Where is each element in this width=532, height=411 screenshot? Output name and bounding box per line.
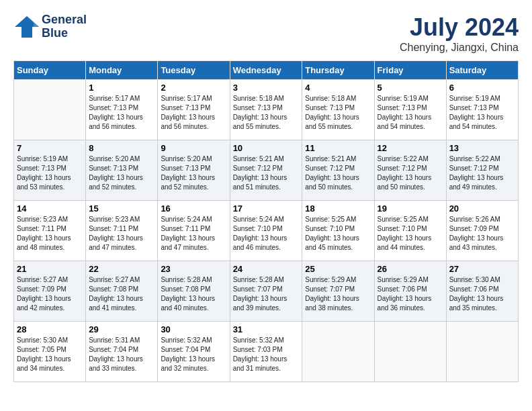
day-info: Sunrise: 5:20 AM Sunset: 7:13 PM Dayligh… — [89, 154, 154, 192]
day-info: Sunrise: 5:30 AM Sunset: 7:06 PM Dayligh… — [449, 275, 515, 313]
day-info: Sunrise: 5:20 AM Sunset: 7:13 PM Dayligh… — [161, 154, 226, 192]
calendar-cell: 3Sunrise: 5:18 AM Sunset: 7:13 PM Daylig… — [230, 80, 302, 140]
day-number: 14 — [17, 203, 83, 214]
title-block: July 2024 Chenying, Jiangxi, China — [400, 13, 519, 54]
calendar-cell: 26Sunrise: 5:29 AM Sunset: 7:06 PM Dayli… — [374, 261, 446, 322]
day-info: Sunrise: 5:25 AM Sunset: 7:10 PM Dayligh… — [305, 215, 371, 253]
day-info: Sunrise: 5:17 AM Sunset: 7:13 PM Dayligh… — [89, 94, 154, 132]
calendar-cell: 15Sunrise: 5:23 AM Sunset: 7:11 PM Dayli… — [86, 201, 158, 261]
day-info: Sunrise: 5:19 AM Sunset: 7:13 PM Dayligh… — [378, 94, 443, 132]
day-info: Sunrise: 5:24 AM Sunset: 7:10 PM Dayligh… — [233, 215, 300, 253]
day-number: 17 — [233, 203, 300, 214]
logo-text: General Blue — [42, 13, 87, 40]
day-number: 10 — [233, 143, 300, 153]
calendar-cell: 20Sunrise: 5:26 AM Sunset: 7:09 PM Dayli… — [446, 201, 518, 261]
month-title: July 2024 — [400, 13, 519, 42]
day-info: Sunrise: 5:21 AM Sunset: 7:12 PM Dayligh… — [305, 154, 371, 192]
weekday-header: Friday — [374, 61, 446, 80]
calendar-cell: 8Sunrise: 5:20 AM Sunset: 7:13 PM Daylig… — [86, 140, 158, 201]
calendar-cell: 14Sunrise: 5:23 AM Sunset: 7:11 PM Dayli… — [14, 201, 86, 261]
calendar-cell: 21Sunrise: 5:27 AM Sunset: 7:09 PM Dayli… — [14, 261, 86, 322]
day-info: Sunrise: 5:19 AM Sunset: 7:13 PM Dayligh… — [17, 154, 83, 192]
day-info: Sunrise: 5:28 AM Sunset: 7:08 PM Dayligh… — [161, 275, 226, 313]
day-info: Sunrise: 5:28 AM Sunset: 7:07 PM Dayligh… — [233, 275, 300, 313]
day-number: 15 — [89, 203, 154, 214]
calendar-cell: 17Sunrise: 5:24 AM Sunset: 7:10 PM Dayli… — [230, 201, 302, 261]
calendar-cell: 12Sunrise: 5:22 AM Sunset: 7:12 PM Dayli… — [374, 140, 446, 201]
calendar-cell — [374, 322, 446, 382]
calendar-cell: 24Sunrise: 5:28 AM Sunset: 7:07 PM Dayli… — [230, 261, 302, 322]
calendar-cell: 29Sunrise: 5:31 AM Sunset: 7:04 PM Dayli… — [86, 322, 158, 382]
weekday-header: Tuesday — [158, 61, 230, 80]
day-info: Sunrise: 5:18 AM Sunset: 7:13 PM Dayligh… — [305, 94, 371, 132]
day-number: 8 — [89, 143, 154, 153]
logo-line1: General — [42, 13, 87, 27]
day-number: 11 — [305, 143, 371, 153]
calendar-cell: 18Sunrise: 5:25 AM Sunset: 7:10 PM Dayli… — [302, 201, 374, 261]
day-number: 13 — [449, 143, 515, 153]
calendar-cell: 6Sunrise: 5:19 AM Sunset: 7:13 PM Daylig… — [446, 80, 518, 140]
day-info: Sunrise: 5:32 AM Sunset: 7:04 PM Dayligh… — [161, 336, 226, 373]
day-number: 7 — [17, 143, 83, 153]
calendar-cell — [302, 322, 374, 382]
logo-icon — [13, 15, 40, 39]
day-info: Sunrise: 5:22 AM Sunset: 7:12 PM Dayligh… — [378, 154, 443, 192]
calendar-cell — [14, 80, 86, 140]
page-header: General Blue July 2024 Chenying, Jiangxi… — [13, 13, 519, 54]
day-info: Sunrise: 5:25 AM Sunset: 7:10 PM Dayligh… — [378, 215, 443, 253]
day-number: 22 — [89, 264, 154, 274]
day-info: Sunrise: 5:27 AM Sunset: 7:09 PM Dayligh… — [17, 275, 83, 313]
calendar-cell — [446, 322, 518, 382]
day-info: Sunrise: 5:24 AM Sunset: 7:11 PM Dayligh… — [161, 215, 226, 253]
day-info: Sunrise: 5:19 AM Sunset: 7:13 PM Dayligh… — [449, 94, 515, 132]
day-number: 20 — [449, 203, 515, 214]
calendar-cell: 13Sunrise: 5:22 AM Sunset: 7:12 PM Dayli… — [446, 140, 518, 201]
calendar-cell: 31Sunrise: 5:32 AM Sunset: 7:03 PM Dayli… — [230, 322, 302, 382]
day-number: 5 — [378, 83, 443, 93]
day-number: 6 — [449, 83, 515, 93]
weekday-header: Saturday — [446, 61, 518, 80]
day-info: Sunrise: 5:21 AM Sunset: 7:12 PM Dayligh… — [233, 154, 300, 192]
weekday-header: Sunday — [14, 61, 86, 80]
day-number: 23 — [161, 264, 226, 274]
calendar-table: SundayMondayTuesdayWednesdayThursdayFrid… — [13, 60, 519, 382]
day-number: 28 — [17, 324, 83, 334]
day-number: 24 — [233, 264, 300, 274]
calendar-cell: 2Sunrise: 5:17 AM Sunset: 7:13 PM Daylig… — [158, 80, 230, 140]
calendar-cell: 27Sunrise: 5:30 AM Sunset: 7:06 PM Dayli… — [446, 261, 518, 322]
day-number: 30 — [161, 324, 226, 334]
day-info: Sunrise: 5:29 AM Sunset: 7:06 PM Dayligh… — [378, 275, 443, 313]
weekday-header: Wednesday — [230, 61, 302, 80]
calendar-cell: 1Sunrise: 5:17 AM Sunset: 7:13 PM Daylig… — [86, 80, 158, 140]
calendar-cell: 28Sunrise: 5:30 AM Sunset: 7:05 PM Dayli… — [14, 322, 86, 382]
day-number: 29 — [89, 324, 154, 334]
day-info: Sunrise: 5:30 AM Sunset: 7:05 PM Dayligh… — [17, 336, 83, 373]
day-info: Sunrise: 5:29 AM Sunset: 7:07 PM Dayligh… — [305, 275, 371, 313]
calendar-cell: 10Sunrise: 5:21 AM Sunset: 7:12 PM Dayli… — [230, 140, 302, 201]
day-number: 2 — [161, 83, 226, 93]
calendar-cell: 5Sunrise: 5:19 AM Sunset: 7:13 PM Daylig… — [374, 80, 446, 140]
calendar-cell: 30Sunrise: 5:32 AM Sunset: 7:04 PM Dayli… — [158, 322, 230, 382]
day-number: 16 — [161, 203, 226, 214]
day-number: 26 — [378, 264, 443, 274]
day-number: 9 — [161, 143, 226, 153]
calendar-cell: 25Sunrise: 5:29 AM Sunset: 7:07 PM Dayli… — [302, 261, 374, 322]
calendar-cell: 4Sunrise: 5:18 AM Sunset: 7:13 PM Daylig… — [302, 80, 374, 140]
calendar-cell: 22Sunrise: 5:27 AM Sunset: 7:08 PM Dayli… — [86, 261, 158, 322]
day-info: Sunrise: 5:23 AM Sunset: 7:11 PM Dayligh… — [89, 215, 154, 253]
calendar-cell: 19Sunrise: 5:25 AM Sunset: 7:10 PM Dayli… — [374, 201, 446, 261]
day-info: Sunrise: 5:23 AM Sunset: 7:11 PM Dayligh… — [17, 215, 83, 253]
calendar-cell: 9Sunrise: 5:20 AM Sunset: 7:13 PM Daylig… — [158, 140, 230, 201]
day-number: 31 — [233, 324, 300, 334]
day-number: 25 — [305, 264, 371, 274]
day-number: 1 — [89, 83, 154, 93]
day-number: 27 — [449, 264, 515, 274]
calendar-cell: 16Sunrise: 5:24 AM Sunset: 7:11 PM Dayli… — [158, 201, 230, 261]
day-number: 21 — [17, 264, 83, 274]
calendar-cell: 7Sunrise: 5:19 AM Sunset: 7:13 PM Daylig… — [14, 140, 86, 201]
calendar-cell: 23Sunrise: 5:28 AM Sunset: 7:08 PM Dayli… — [158, 261, 230, 322]
day-info: Sunrise: 5:27 AM Sunset: 7:08 PM Dayligh… — [89, 275, 154, 313]
logo: General Blue — [13, 13, 87, 40]
day-number: 3 — [233, 83, 300, 93]
location: Chenying, Jiangxi, China — [400, 42, 519, 54]
